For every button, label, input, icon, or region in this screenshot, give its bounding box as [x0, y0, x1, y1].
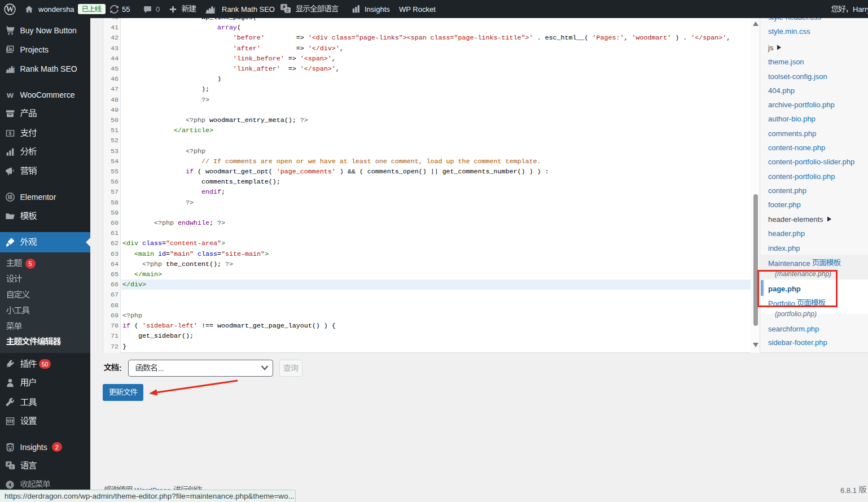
svg-text:文: 文	[10, 464, 14, 469]
svg-text:文: 文	[286, 8, 290, 13]
svg-text:w: w	[6, 90, 14, 99]
svg-text:W: W	[6, 5, 14, 14]
svg-text:$: $	[9, 130, 12, 136]
